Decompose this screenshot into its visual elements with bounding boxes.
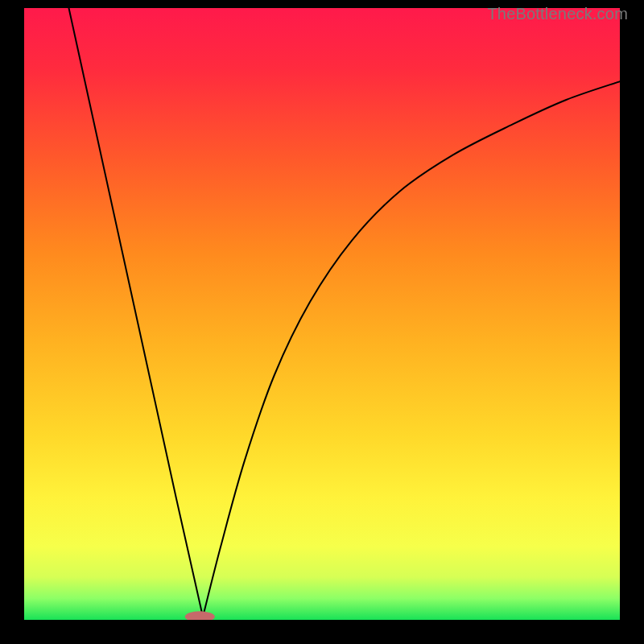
gradient-background [24, 8, 620, 620]
chart-svg [24, 8, 620, 620]
plot-area [24, 8, 620, 620]
watermark-text: TheBottleneck.com [487, 5, 628, 23]
chart-frame: TheBottleneck.com [0, 0, 644, 644]
